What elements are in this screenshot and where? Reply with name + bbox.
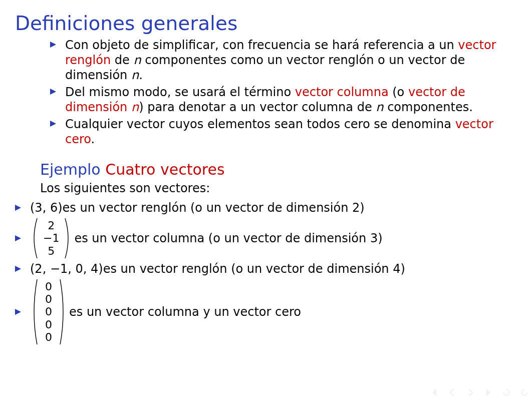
vector-entry: 0 — [45, 331, 52, 343]
definitions-list: Con objeto de simplificar, con frecuenci… — [50, 38, 512, 147]
vector-entry: 0 — [45, 318, 52, 331]
vector-entry: 0 — [45, 293, 52, 305]
example-intro: Los siguientes son vectores: — [40, 181, 517, 195]
text: de — [111, 53, 133, 67]
text: (o — [389, 85, 408, 99]
bullet-icon — [15, 309, 21, 315]
text: Cualquier vector cuyos elementos sean to… — [65, 117, 455, 131]
right-paren-icon — [59, 279, 66, 344]
italic-n: n — [376, 100, 383, 114]
row-vector: (2, −1, 0, 4) — [30, 261, 103, 276]
text: ) para denotar a un vector columna de — [139, 100, 376, 114]
vector-entries: 2 −1 5 — [38, 218, 64, 258]
italic-n: n — [133, 53, 141, 67]
bullet-icon — [50, 42, 56, 48]
text: es un vector renglón (o un vector de dim… — [63, 200, 365, 215]
text: componentes. — [384, 100, 473, 114]
nav-first-icon[interactable] — [431, 389, 438, 396]
left-paren-icon — [31, 279, 38, 344]
nav-prev-icon[interactable] — [449, 389, 456, 396]
example-heading: Ejemplo Cuatro vectores — [40, 161, 517, 178]
example-item: (2, −1, 0, 4) es un vector renglón (o un… — [15, 261, 517, 276]
definitions-block: Con objeto de simplificar, con frecuenci… — [50, 38, 512, 147]
vector-entries: 0 0 0 0 0 — [38, 279, 59, 344]
bullet-icon — [15, 235, 21, 241]
text: . — [139, 68, 143, 82]
example-title: Cuatro vectores — [105, 161, 224, 178]
column-vector: 2 −1 5 — [31, 218, 71, 258]
vector-entry: 5 — [48, 245, 55, 257]
nav-redo-icon[interactable] — [521, 389, 528, 396]
left-paren-icon — [31, 218, 38, 258]
vector-entry: −1 — [43, 232, 59, 244]
nav-last-icon[interactable] — [485, 389, 492, 396]
definition-item: Cualquier vector cuyos elementos sean to… — [50, 117, 512, 147]
slide: Definiciones generales Con objeto de sim… — [0, 0, 532, 399]
text: es un vector renglón (o un vector de dim… — [103, 261, 405, 276]
text: . — [91, 132, 95, 146]
bullet-icon — [50, 89, 56, 95]
example-item: 2 −1 5 es un vector columna (o un vector… — [15, 217, 517, 259]
text: es un vector columna (o un vector de dim… — [74, 231, 382, 246]
bullet-icon — [15, 266, 21, 272]
bullet-icon — [50, 121, 56, 127]
right-paren-icon — [64, 218, 71, 258]
example-label: Ejemplo — [40, 161, 101, 178]
footer-nav — [431, 389, 528, 396]
definition-item: Con objeto de simplificar, con frecuenci… — [50, 38, 512, 83]
example-item: (3, 6) es un vector renglón (o un vector… — [15, 200, 517, 215]
nav-next-icon[interactable] — [467, 389, 474, 396]
examples-list: (3, 6) es un vector renglón (o un vector… — [15, 200, 517, 345]
vector-entry: 0 — [45, 305, 52, 318]
definition-item: Del mismo modo, se usará el término vect… — [50, 85, 512, 115]
bullet-icon — [15, 205, 21, 211]
text: Con objeto de simplificar, con frecuenci… — [65, 38, 458, 52]
row-vector: (3, 6) — [30, 200, 63, 215]
highlight-italic-n: n — [131, 100, 139, 114]
text: Del mismo modo, se usará el término — [65, 85, 295, 99]
slide-title: Definiciones generales — [15, 12, 517, 35]
italic-n: n — [131, 68, 139, 82]
example-item: 0 0 0 0 0 es un vector columna y un vect… — [15, 278, 517, 345]
highlight: vector columna — [295, 85, 389, 99]
vector-entry: 0 — [45, 280, 52, 293]
column-vector: 0 0 0 0 0 — [31, 279, 66, 344]
vector-entry: 2 — [48, 219, 55, 232]
text: es un vector columna y un vector cero — [69, 304, 301, 319]
nav-undo-icon[interactable] — [503, 389, 510, 396]
